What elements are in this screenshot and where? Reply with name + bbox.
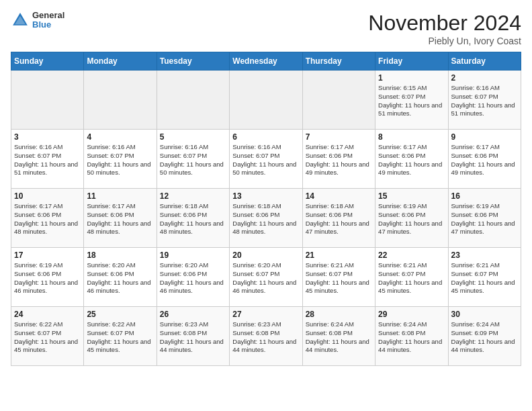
- day-info: Sunrise: 6:22 AM Sunset: 6:07 PM Dayligh…: [87, 320, 153, 355]
- page-header: General Blue November 2024 Piebly Un, Iv…: [11, 11, 521, 46]
- calendar-week-row: 10Sunrise: 6:17 AM Sunset: 6:06 PM Dayli…: [11, 189, 521, 248]
- calendar-table: SundayMondayTuesdayWednesdayThursdayFrid…: [11, 52, 521, 366]
- calendar-cell: 5Sunrise: 6:16 AM Sunset: 6:07 PM Daylig…: [157, 130, 229, 189]
- weekday-header-saturday: Saturday: [448, 52, 521, 71]
- weekday-header-sunday: Sunday: [11, 52, 84, 71]
- day-number: 5: [160, 132, 226, 142]
- calendar-cell: 29Sunrise: 6:24 AM Sunset: 6:08 PM Dayli…: [375, 307, 448, 366]
- calendar-cell: 17Sunrise: 6:19 AM Sunset: 6:06 PM Dayli…: [11, 248, 84, 307]
- weekday-header-friday: Friday: [375, 52, 448, 71]
- day-number: 22: [378, 250, 445, 260]
- day-info: Sunrise: 6:15 AM Sunset: 6:07 PM Dayligh…: [378, 84, 445, 118]
- day-info: Sunrise: 6:23 AM Sunset: 6:08 PM Dayligh…: [232, 320, 299, 355]
- calendar-cell: 24Sunrise: 6:22 AM Sunset: 6:07 PM Dayli…: [11, 307, 84, 366]
- calendar-cell: 7Sunrise: 6:17 AM Sunset: 6:06 PM Daylig…: [302, 130, 375, 189]
- day-number: 8: [378, 132, 445, 142]
- weekday-header-row: SundayMondayTuesdayWednesdayThursdayFrid…: [11, 52, 521, 71]
- calendar-cell: 14Sunrise: 6:18 AM Sunset: 6:06 PM Dayli…: [302, 189, 375, 248]
- day-number: 10: [14, 191, 81, 201]
- day-info: Sunrise: 6:16 AM Sunset: 6:07 PM Dayligh…: [451, 84, 518, 118]
- day-info: Sunrise: 6:16 AM Sunset: 6:07 PM Dayligh…: [14, 143, 81, 177]
- day-info: Sunrise: 6:19 AM Sunset: 6:06 PM Dayligh…: [451, 202, 518, 236]
- logo: General Blue: [11, 11, 64, 30]
- day-info: Sunrise: 6:16 AM Sunset: 6:07 PM Dayligh…: [160, 143, 226, 177]
- day-number: 24: [14, 310, 81, 319]
- calendar-cell: 13Sunrise: 6:18 AM Sunset: 6:06 PM Dayli…: [230, 189, 302, 248]
- calendar-cell: [230, 71, 302, 130]
- day-info: Sunrise: 6:21 AM Sunset: 6:07 PM Dayligh…: [451, 261, 518, 295]
- day-number: 30: [451, 310, 518, 319]
- calendar-cell: 3Sunrise: 6:16 AM Sunset: 6:07 PM Daylig…: [11, 130, 84, 189]
- day-info: Sunrise: 6:17 AM Sunset: 6:06 PM Dayligh…: [378, 143, 445, 177]
- weekday-header-wednesday: Wednesday: [230, 52, 302, 71]
- day-number: 16: [451, 191, 518, 201]
- title-block: November 2024 Piebly Un, Ivory Coast: [368, 11, 521, 46]
- calendar-cell: 18Sunrise: 6:20 AM Sunset: 6:06 PM Dayli…: [84, 248, 157, 307]
- calendar-cell: 6Sunrise: 6:16 AM Sunset: 6:07 PM Daylig…: [230, 130, 302, 189]
- day-number: 27: [232, 310, 299, 319]
- calendar-cell: 23Sunrise: 6:21 AM Sunset: 6:07 PM Dayli…: [448, 248, 521, 307]
- calendar-cell: 11Sunrise: 6:17 AM Sunset: 6:06 PM Dayli…: [84, 189, 157, 248]
- calendar-cell: 27Sunrise: 6:23 AM Sunset: 6:08 PM Dayli…: [230, 307, 302, 366]
- calendar-week-row: 17Sunrise: 6:19 AM Sunset: 6:06 PM Dayli…: [11, 248, 521, 307]
- day-number: 3: [14, 132, 81, 142]
- day-number: 15: [378, 191, 445, 201]
- day-info: Sunrise: 6:19 AM Sunset: 6:06 PM Dayligh…: [378, 202, 445, 236]
- day-info: Sunrise: 6:20 AM Sunset: 6:06 PM Dayligh…: [160, 261, 226, 295]
- weekday-header-thursday: Thursday: [302, 52, 375, 71]
- calendar-cell: [11, 71, 84, 130]
- calendar-cell: 19Sunrise: 6:20 AM Sunset: 6:06 PM Dayli…: [157, 248, 229, 307]
- day-number: 11: [87, 191, 153, 201]
- day-number: 2: [451, 73, 518, 83]
- day-info: Sunrise: 6:24 AM Sunset: 6:08 PM Dayligh…: [306, 320, 372, 355]
- day-number: 21: [306, 250, 372, 260]
- weekday-header-tuesday: Tuesday: [157, 52, 229, 71]
- calendar-body: 1Sunrise: 6:15 AM Sunset: 6:07 PM Daylig…: [11, 71, 521, 366]
- day-info: Sunrise: 6:21 AM Sunset: 6:07 PM Dayligh…: [306, 261, 372, 295]
- day-number: 29: [378, 310, 445, 319]
- calendar-cell: 20Sunrise: 6:20 AM Sunset: 6:07 PM Dayli…: [230, 248, 302, 307]
- day-number: 20: [232, 250, 299, 260]
- calendar-cell: 10Sunrise: 6:17 AM Sunset: 6:06 PM Dayli…: [11, 189, 84, 248]
- calendar-cell: 25Sunrise: 6:22 AM Sunset: 6:07 PM Dayli…: [84, 307, 157, 366]
- calendar-cell: 8Sunrise: 6:17 AM Sunset: 6:06 PM Daylig…: [375, 130, 448, 189]
- logo-icon: [11, 11, 30, 30]
- day-number: 26: [160, 310, 226, 319]
- day-number: 7: [306, 132, 372, 142]
- day-info: Sunrise: 6:20 AM Sunset: 6:07 PM Dayligh…: [232, 261, 299, 295]
- day-info: Sunrise: 6:21 AM Sunset: 6:07 PM Dayligh…: [378, 261, 445, 295]
- calendar-cell: 22Sunrise: 6:21 AM Sunset: 6:07 PM Dayli…: [375, 248, 448, 307]
- day-info: Sunrise: 6:16 AM Sunset: 6:07 PM Dayligh…: [87, 143, 153, 177]
- calendar-cell: [302, 71, 375, 130]
- calendar-cell: 16Sunrise: 6:19 AM Sunset: 6:06 PM Dayli…: [448, 189, 521, 248]
- calendar-cell: [84, 71, 157, 130]
- calendar-cell: 1Sunrise: 6:15 AM Sunset: 6:07 PM Daylig…: [375, 71, 448, 130]
- day-number: 13: [232, 191, 299, 201]
- logo-blue: Blue: [32, 20, 64, 30]
- calendar-cell: 15Sunrise: 6:19 AM Sunset: 6:06 PM Dayli…: [375, 189, 448, 248]
- calendar-cell: [157, 71, 229, 130]
- day-info: Sunrise: 6:18 AM Sunset: 6:06 PM Dayligh…: [232, 202, 299, 236]
- day-info: Sunrise: 6:16 AM Sunset: 6:07 PM Dayligh…: [232, 143, 299, 177]
- day-number: 23: [451, 250, 518, 260]
- day-number: 18: [87, 250, 153, 260]
- calendar-cell: 21Sunrise: 6:21 AM Sunset: 6:07 PM Dayli…: [302, 248, 375, 307]
- calendar-week-row: 1Sunrise: 6:15 AM Sunset: 6:07 PM Daylig…: [11, 71, 521, 130]
- calendar-week-row: 24Sunrise: 6:22 AM Sunset: 6:07 PM Dayli…: [11, 307, 521, 366]
- calendar-header: SundayMondayTuesdayWednesdayThursdayFrid…: [11, 52, 521, 71]
- calendar-week-row: 3Sunrise: 6:16 AM Sunset: 6:07 PM Daylig…: [11, 130, 521, 189]
- day-info: Sunrise: 6:24 AM Sunset: 6:09 PM Dayligh…: [451, 320, 518, 355]
- logo-general: General: [32, 11, 64, 20]
- day-number: 28: [306, 310, 372, 319]
- day-info: Sunrise: 6:22 AM Sunset: 6:07 PM Dayligh…: [14, 320, 81, 355]
- day-number: 17: [14, 250, 81, 260]
- calendar-cell: 2Sunrise: 6:16 AM Sunset: 6:07 PM Daylig…: [448, 71, 521, 130]
- calendar-cell: 26Sunrise: 6:23 AM Sunset: 6:08 PM Dayli…: [157, 307, 229, 366]
- day-number: 6: [232, 132, 299, 142]
- location-subtitle: Piebly Un, Ivory Coast: [368, 36, 521, 46]
- day-info: Sunrise: 6:24 AM Sunset: 6:08 PM Dayligh…: [378, 320, 445, 355]
- day-number: 12: [160, 191, 226, 201]
- day-info: Sunrise: 6:17 AM Sunset: 6:06 PM Dayligh…: [451, 143, 518, 177]
- calendar-cell: 28Sunrise: 6:24 AM Sunset: 6:08 PM Dayli…: [302, 307, 375, 366]
- calendar-cell: 30Sunrise: 6:24 AM Sunset: 6:09 PM Dayli…: [448, 307, 521, 366]
